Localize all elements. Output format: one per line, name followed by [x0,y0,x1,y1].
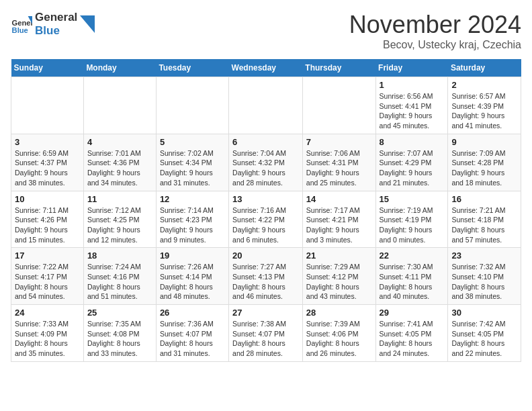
week-row-4: 24Sunrise: 7:33 AM Sunset: 4:09 PM Dayli… [11,305,521,362]
week-row-3: 17Sunrise: 7:22 AM Sunset: 4:17 PM Dayli… [11,248,521,305]
week-row-0: 1Sunrise: 6:56 AM Sunset: 4:41 PM Daylig… [11,77,521,134]
day-info: Sunrise: 7:02 AM Sunset: 4:34 PM Dayligh… [160,148,225,188]
day-info: Sunrise: 7:11 AM Sunset: 4:26 PM Dayligh… [15,205,80,245]
day-info: Sunrise: 7:17 AM Sunset: 4:21 PM Dayligh… [306,205,372,245]
day-number: 23 [451,250,517,261]
day-cell: 18Sunrise: 7:24 AM Sunset: 4:16 PM Dayli… [83,248,156,305]
month-title: November 2024 [349,11,521,39]
day-cell: 8Sunrise: 7:07 AM Sunset: 4:29 PM Daylig… [375,134,448,191]
day-cell: 26Sunrise: 7:36 AM Sunset: 4:07 PM Dayli… [156,305,228,362]
header-cell-wednesday: Wednesday [229,59,303,77]
day-cell: 14Sunrise: 7:17 AM Sunset: 4:21 PM Dayli… [302,191,375,248]
header-cell-friday: Friday [375,59,448,77]
day-number: 28 [306,308,372,318]
day-info: Sunrise: 7:01 AM Sunset: 4:36 PM Dayligh… [87,148,152,188]
day-cell: 27Sunrise: 7:38 AM Sunset: 4:07 PM Dayli… [229,305,303,362]
day-info: Sunrise: 7:04 AM Sunset: 4:32 PM Dayligh… [232,148,299,188]
day-number: 21 [306,250,372,261]
day-info: Sunrise: 7:27 AM Sunset: 4:13 PM Dayligh… [232,262,299,302]
day-info: Sunrise: 7:41 AM Sunset: 4:05 PM Dayligh… [380,319,445,359]
day-cell [11,77,84,134]
day-cell: 16Sunrise: 7:21 AM Sunset: 4:18 PM Dayli… [448,191,521,248]
calendar-header: SundayMondayTuesdayWednesdayThursdayFrid… [11,59,521,77]
day-cell: 30Sunrise: 7:42 AM Sunset: 4:05 PM Dayli… [448,305,521,362]
day-cell: 1Sunrise: 6:56 AM Sunset: 4:41 PM Daylig… [375,77,448,134]
day-number: 7 [306,137,372,147]
day-cell: 20Sunrise: 7:27 AM Sunset: 4:13 PM Dayli… [229,248,303,305]
week-row-1: 3Sunrise: 6:59 AM Sunset: 4:37 PM Daylig… [11,134,521,191]
day-info: Sunrise: 7:14 AM Sunset: 4:23 PM Dayligh… [160,205,225,245]
day-number: 8 [380,137,445,147]
header-cell-saturday: Saturday [448,59,521,77]
day-number: 15 [380,194,445,204]
calendar-table: SundayMondayTuesdayWednesdayThursdayFrid… [11,59,521,362]
day-number: 22 [380,250,445,261]
day-cell [302,77,375,134]
day-info: Sunrise: 6:59 AM Sunset: 4:37 PM Dayligh… [15,148,80,188]
day-number: 1 [380,80,445,90]
day-cell: 25Sunrise: 7:35 AM Sunset: 4:08 PM Dayli… [83,305,156,362]
day-cell: 3Sunrise: 6:59 AM Sunset: 4:37 PM Daylig… [11,134,84,191]
day-info: Sunrise: 7:09 AM Sunset: 4:28 PM Dayligh… [451,148,517,188]
logo-triangle-icon [80,15,95,33]
logo: General Blue General Blue [11,11,95,38]
header-cell-monday: Monday [83,59,156,77]
day-info: Sunrise: 7:21 AM Sunset: 4:18 PM Dayligh… [451,205,517,245]
week-row-2: 10Sunrise: 7:11 AM Sunset: 4:26 PM Dayli… [11,191,521,248]
day-cell: 22Sunrise: 7:30 AM Sunset: 4:11 PM Dayli… [375,248,448,305]
header-row: SundayMondayTuesdayWednesdayThursdayFrid… [11,59,521,77]
day-cell: 5Sunrise: 7:02 AM Sunset: 4:34 PM Daylig… [156,134,228,191]
day-cell: 29Sunrise: 7:41 AM Sunset: 4:05 PM Dayli… [375,305,448,362]
day-number: 24 [15,308,80,318]
day-number: 5 [160,137,225,147]
day-info: Sunrise: 7:35 AM Sunset: 4:08 PM Dayligh… [87,319,152,359]
header-cell-sunday: Sunday [11,59,84,77]
day-info: Sunrise: 7:33 AM Sunset: 4:09 PM Dayligh… [15,319,80,359]
day-number: 13 [232,194,299,204]
day-info: Sunrise: 7:12 AM Sunset: 4:25 PM Dayligh… [87,205,152,245]
day-number: 3 [15,137,80,147]
header-cell-tuesday: Tuesday [156,59,228,77]
day-number: 29 [380,308,445,318]
day-info: Sunrise: 7:16 AM Sunset: 4:22 PM Dayligh… [232,205,299,245]
svg-text:Blue: Blue [12,26,28,34]
day-info: Sunrise: 6:57 AM Sunset: 4:39 PM Dayligh… [451,91,517,131]
day-info: Sunrise: 7:30 AM Sunset: 4:11 PM Dayligh… [380,262,445,302]
day-cell: 7Sunrise: 7:06 AM Sunset: 4:31 PM Daylig… [302,134,375,191]
day-info: Sunrise: 7:07 AM Sunset: 4:29 PM Dayligh… [380,148,445,188]
calendar-body: 1Sunrise: 6:56 AM Sunset: 4:41 PM Daylig… [11,77,521,362]
day-cell [229,77,303,134]
day-number: 25 [87,308,152,318]
day-number: 12 [160,194,225,204]
day-number: 16 [451,194,517,204]
day-info: Sunrise: 7:22 AM Sunset: 4:17 PM Dayligh… [15,262,80,302]
day-info: Sunrise: 7:39 AM Sunset: 4:06 PM Dayligh… [306,319,372,359]
day-info: Sunrise: 7:26 AM Sunset: 4:14 PM Dayligh… [160,262,225,302]
day-cell: 21Sunrise: 7:29 AM Sunset: 4:12 PM Dayli… [302,248,375,305]
day-cell: 2Sunrise: 6:57 AM Sunset: 4:39 PM Daylig… [448,77,521,134]
day-cell: 10Sunrise: 7:11 AM Sunset: 4:26 PM Dayli… [11,191,84,248]
day-info: Sunrise: 7:19 AM Sunset: 4:19 PM Dayligh… [380,205,445,245]
day-info: Sunrise: 7:24 AM Sunset: 4:16 PM Dayligh… [87,262,152,302]
day-cell: 19Sunrise: 7:26 AM Sunset: 4:14 PM Dayli… [156,248,228,305]
day-number: 4 [87,137,152,147]
day-info: Sunrise: 6:56 AM Sunset: 4:41 PM Dayligh… [380,91,445,131]
day-number: 11 [87,194,152,204]
day-cell: 11Sunrise: 7:12 AM Sunset: 4:25 PM Dayli… [83,191,156,248]
day-cell: 13Sunrise: 7:16 AM Sunset: 4:22 PM Dayli… [229,191,303,248]
day-info: Sunrise: 7:29 AM Sunset: 4:12 PM Dayligh… [306,262,372,302]
day-number: 30 [451,308,517,318]
day-cell: 12Sunrise: 7:14 AM Sunset: 4:23 PM Dayli… [156,191,228,248]
day-cell: 4Sunrise: 7:01 AM Sunset: 4:36 PM Daylig… [83,134,156,191]
day-number: 20 [232,250,299,261]
svg-text:General: General [12,19,32,27]
day-info: Sunrise: 7:42 AM Sunset: 4:05 PM Dayligh… [451,319,517,359]
day-info: Sunrise: 7:36 AM Sunset: 4:07 PM Dayligh… [160,319,225,359]
day-cell: 28Sunrise: 7:39 AM Sunset: 4:06 PM Dayli… [302,305,375,362]
header-cell-thursday: Thursday [302,59,375,77]
day-info: Sunrise: 7:32 AM Sunset: 4:10 PM Dayligh… [451,262,517,302]
day-number: 14 [306,194,372,204]
day-info: Sunrise: 7:38 AM Sunset: 4:07 PM Dayligh… [232,319,299,359]
day-number: 10 [15,194,80,204]
day-cell: 24Sunrise: 7:33 AM Sunset: 4:09 PM Dayli… [11,305,84,362]
